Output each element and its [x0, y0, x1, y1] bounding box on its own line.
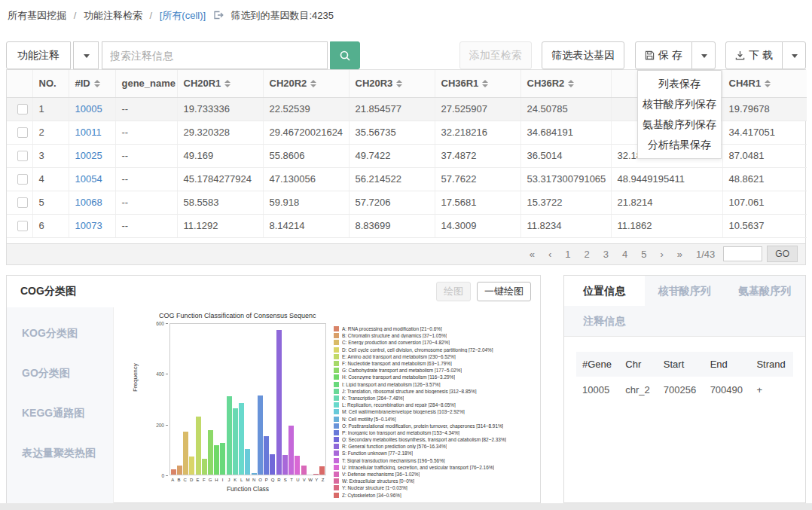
x-tick-label: O	[258, 478, 264, 482]
x-tick-label: S	[282, 478, 288, 482]
legend-entry: M: Cell wall/membrane/envelope biogenesi…	[334, 408, 537, 415]
info-tab-氨基酸序列[interactable]: 氨基酸序列	[725, 276, 805, 306]
page-go-button[interactable]: GO	[767, 246, 798, 262]
legend-text: C: Energy production and conversion [170…	[342, 340, 450, 345]
column-header-gene_name[interactable]: gene_name	[115, 70, 177, 97]
chart-bar	[270, 454, 275, 475]
column-header-CH20R1[interactable]: CH20R1	[177, 70, 263, 97]
row-checkbox[interactable]	[17, 221, 28, 231]
page-prev[interactable]: ‹	[548, 249, 551, 260]
x-tick-label: R	[276, 478, 282, 482]
sidebar-tab-KOG分类图[interactable]: KOG分类图	[7, 313, 113, 353]
legend-text: N: Cell motility [5~0.14%]	[342, 417, 396, 422]
legend-entry: A: RNA processing and modification [21~0…	[334, 325, 537, 332]
legend-swatch	[334, 417, 339, 422]
filter-expressed-genes-button[interactable]: 筛选表达基因	[542, 41, 624, 69]
legend-swatch	[334, 347, 339, 353]
gene-id-link[interactable]: 10011	[75, 127, 102, 138]
save-button[interactable]: 保 存	[635, 41, 692, 69]
sidebar-tab-GO分类图[interactable]: GO分类图	[7, 353, 113, 393]
page: 所有基因挖掘 / 功能注释检索 / [所有(cell)] 筛选到的基因数目:42…	[0, 0, 812, 510]
column-header-blank	[7, 70, 32, 97]
row-checkbox[interactable]	[17, 127, 28, 138]
download-caret-button[interactable]	[782, 41, 806, 69]
info-tab-核苷酸序列[interactable]: 核苷酸序列	[645, 276, 725, 306]
row-checkbox[interactable]	[17, 104, 28, 115]
chart-y-axis: 0200400600	[144, 323, 169, 475]
breadcrumb-separator: /	[150, 10, 153, 21]
gene-id-link[interactable]: 10068	[75, 197, 102, 208]
column-label: gene_name	[122, 78, 176, 89]
column-header-CH20R3[interactable]: CH20R3	[349, 70, 435, 97]
save-menu-item[interactable]: 分析结果保存	[638, 135, 721, 155]
column-header-CH4R1[interactable]: CH4R1	[722, 70, 807, 97]
page-last[interactable]: »	[677, 249, 682, 260]
row-checkbox[interactable]	[17, 151, 28, 161]
legend-entry: J: Translation, ribosomal structure and …	[334, 388, 537, 395]
cog-classification-panel: COG分类图 绘图 一键绘图 KOG分类图GO分类图KEGG通路图表达量聚类热图…	[6, 275, 541, 503]
annotation-type-caret-button[interactable]	[73, 41, 99, 69]
cog-panel-title[interactable]: COG分类图	[20, 285, 430, 298]
one-click-draw-button[interactable]: 一键绘图	[477, 282, 531, 301]
page-number[interactable]: 1	[565, 249, 570, 260]
legend-entry: R: General function prediction only [576…	[334, 443, 537, 450]
sort-icon	[396, 80, 402, 87]
info-tab-注释信息[interactable]: 注释信息	[564, 306, 645, 336]
gene-id-link[interactable]: 10025	[75, 150, 102, 161]
breadcrumb-item-all-gene-mining[interactable]: 所有基因挖掘	[8, 10, 66, 21]
save-menu-item[interactable]: 列表保存	[638, 74, 721, 94]
download-button[interactable]: 下 载	[725, 41, 783, 69]
legend-text: L: Replication, recombination and repair…	[342, 402, 456, 408]
page-first[interactable]: «	[530, 249, 535, 260]
legend-text: R: General function prediction only [576…	[342, 444, 447, 449]
column-header-CH20R2[interactable]: CH20R2	[263, 70, 349, 97]
row-checkbox[interactable]	[17, 174, 28, 185]
info-column-Strand: Strand	[750, 352, 793, 377]
page-jump-input[interactable]	[723, 246, 762, 261]
toolbar: 功能注释 添加至检索 筛选表达基因 保 存 下 载	[6, 41, 806, 69]
page-number[interactable]: 3	[603, 249, 609, 260]
breadcrumb-separator: /	[74, 10, 77, 21]
page-number[interactable]: 2	[585, 249, 590, 260]
position-info-table: #GeneChrStartEndStrand 10005chr_27002567…	[576, 352, 793, 403]
column-header-#ID[interactable]: #ID	[69, 70, 115, 97]
page-next[interactable]: ›	[660, 249, 663, 260]
search-input[interactable]	[102, 41, 328, 69]
legend-entry: O: Posttranslational modification, prote…	[334, 423, 537, 429]
row-checkbox[interactable]	[17, 197, 28, 208]
info-tab-位置信息[interactable]: 位置信息	[564, 276, 645, 306]
gene-id-link[interactable]: 10073	[75, 220, 102, 231]
sidebar-tab-KEGG通路图[interactable]: KEGG通路图	[7, 393, 113, 433]
breadcrumb-item-function-annotation-search[interactable]: 功能注释检索	[84, 10, 142, 21]
add-to-search-button: 添加至检索	[459, 41, 532, 69]
legend-swatch	[334, 450, 339, 456]
gene-info-content: #GeneChrStartEndStrand 10005chr_27002567…	[564, 337, 805, 418]
column-header-CH36R1[interactable]: CH36R1	[435, 70, 520, 97]
legend-text: D: Cell cycle control, cell division, ch…	[342, 347, 493, 353]
chart-bar	[276, 330, 282, 475]
chart-bar	[183, 432, 188, 475]
column-header-CH36R2[interactable]: CH36R2	[520, 70, 611, 97]
gene-id-link[interactable]: 10005	[75, 103, 102, 115]
legend-text: F: Nucleotide transport and metabolism […	[342, 361, 452, 366]
legend-entry: F: Nucleotide transport and metabolism […	[334, 360, 537, 367]
save-menu-item[interactable]: 核苷酸序列保存	[638, 94, 721, 115]
annotation-type-select[interactable]: 功能注释	[6, 41, 71, 69]
chart-legend: A: RNA processing and modification [21~0…	[334, 325, 537, 499]
sidebar-tab-表达量聚类热图[interactable]: 表达量聚类热图	[7, 433, 113, 473]
y-tick-label: 400	[156, 371, 168, 377]
chart-bar	[245, 449, 250, 475]
legend-swatch	[334, 465, 339, 470]
breadcrumb-item-all-cell-link[interactable]: [所有(cell)]	[160, 10, 206, 21]
save-menu-item[interactable]: 氨基酸序列保存	[638, 115, 721, 135]
save-caret-button[interactable]	[691, 41, 716, 69]
legend-swatch	[334, 493, 339, 498]
gene-id-link[interactable]: 10054	[75, 173, 102, 185]
pagination-bar: «‹12345›»1/43GO	[7, 243, 805, 264]
info-column-#Gene: #Gene	[576, 352, 619, 377]
y-tick-label: 0	[161, 473, 168, 478]
legend-swatch	[334, 444, 339, 449]
page-number[interactable]: 5	[641, 249, 646, 260]
search-button[interactable]	[330, 41, 360, 69]
page-number[interactable]: 4	[622, 249, 627, 260]
